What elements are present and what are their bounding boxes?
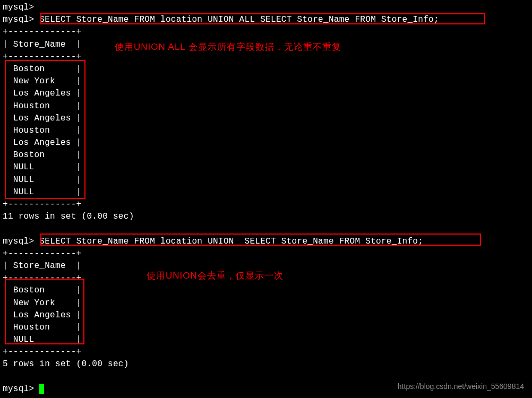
result-summary: 5 rows in set (0.00 sec) [3,358,529,370]
table-separator: +-------------+ [3,346,529,358]
highlight-box-query2 [40,233,481,246]
table-separator: +-------------+ [3,26,529,38]
highlight-box-results1 [5,60,85,199]
prompt-line: mysql> [3,2,529,14]
highlight-box-results2 [5,279,84,344]
watermark: https://blog.csdn.net/weixin_55609814 [398,381,524,392]
highlight-box-query1 [40,13,485,24]
table-separator: +-------------+ [3,248,529,260]
annotation-union-all: 使用UNION ALL 会显示所有字段数据，无论重不重复 [115,41,341,54]
table-separator: +-------------+ [3,198,529,211]
annotation-union: 使用UNION会去重，仅显示一次 [147,270,284,283]
cursor [39,384,44,394]
result-summary: 11 rows in set (0.00 sec) [3,211,529,223]
